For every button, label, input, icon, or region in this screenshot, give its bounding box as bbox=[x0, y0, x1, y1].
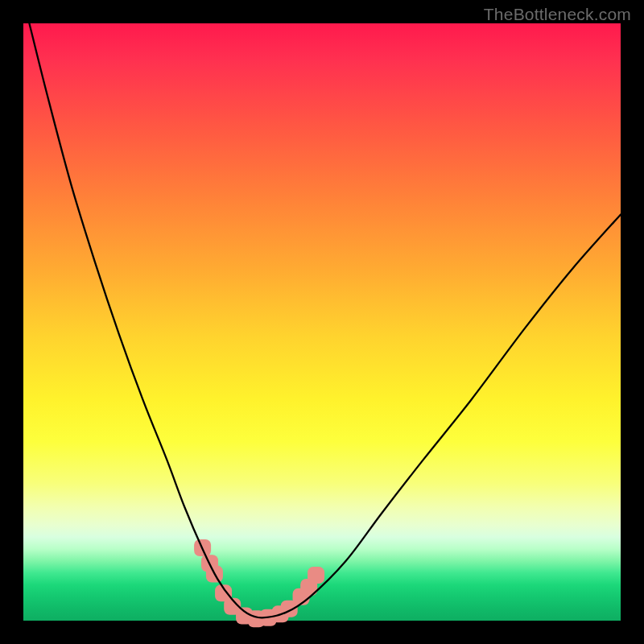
bottleneck-curve bbox=[29, 23, 621, 617]
watermark-text: TheBottleneck.com bbox=[484, 5, 631, 24]
plot-area bbox=[23, 23, 621, 621]
curve-svg bbox=[23, 23, 621, 621]
marker-point bbox=[308, 567, 324, 584]
chart-container: TheBottleneck.com bbox=[0, 0, 644, 644]
marker-group bbox=[194, 539, 324, 627]
